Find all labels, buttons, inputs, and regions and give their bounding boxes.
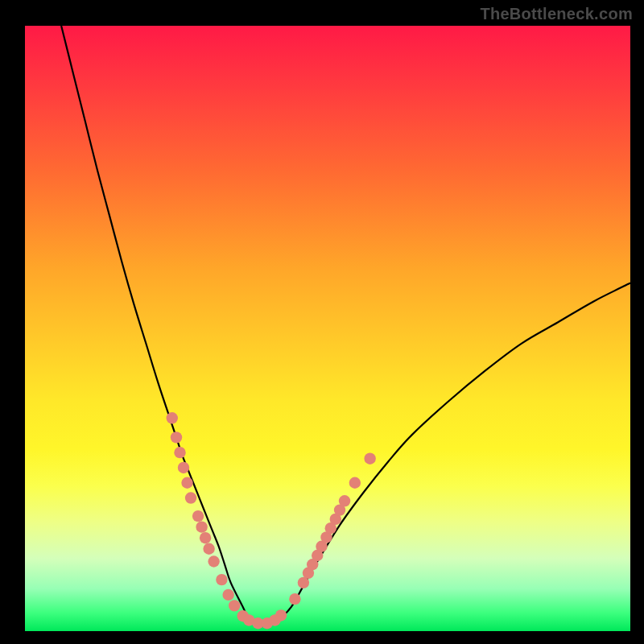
curve-marker bbox=[192, 510, 204, 522]
curve-marker bbox=[289, 593, 300, 605]
curve-marker bbox=[181, 477, 192, 489]
watermark-text: TheBottleneck.com bbox=[480, 5, 633, 23]
curve-marker bbox=[167, 412, 178, 423]
curve-marker bbox=[222, 589, 233, 601]
curve-marker bbox=[178, 462, 189, 473]
curve-marker bbox=[203, 543, 214, 555]
curve-marker bbox=[275, 609, 287, 621]
curve-marker bbox=[208, 555, 219, 567]
curve-marker bbox=[216, 574, 227, 585]
curve-marker bbox=[185, 492, 196, 503]
curve-markers bbox=[167, 412, 376, 629]
bottleneck-curve bbox=[61, 26, 630, 625]
plot-area bbox=[25, 26, 630, 631]
curve-marker bbox=[196, 521, 207, 532]
curve-marker bbox=[364, 452, 375, 464]
curve-marker bbox=[200, 532, 211, 543]
curve-marker bbox=[171, 431, 182, 443]
curve-marker bbox=[174, 447, 185, 458]
curve-marker bbox=[229, 600, 240, 611]
chart-svg bbox=[25, 26, 630, 631]
chart-frame: TheBottleneck.com bbox=[0, 0, 644, 644]
curve-marker bbox=[349, 477, 361, 489]
curve-marker bbox=[339, 495, 350, 506]
